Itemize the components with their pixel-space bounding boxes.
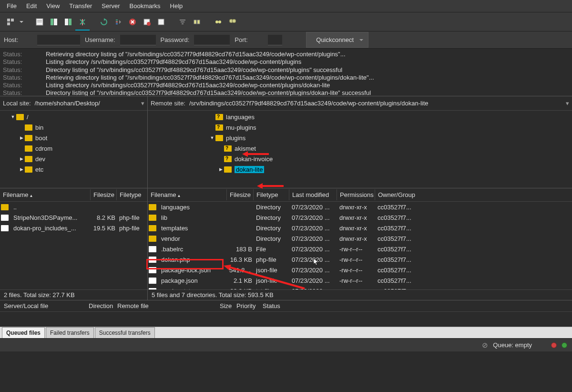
tree-item[interactable]: bin [1, 122, 146, 133]
local-col-filesize[interactable]: Filesize [91, 189, 117, 200]
menu-edit[interactable]: Edit [21, 0, 41, 11]
remote-file-list[interactable]: languagesDirectory07/23/2020 ...drwxr-xr… [148, 202, 572, 289]
file-row[interactable]: package-lock.json541.8 KBjson-file07/23/… [148, 265, 572, 275]
queue-col-file[interactable]: Server/Local file [0, 300, 85, 311]
local-col-filename[interactable]: Filename▲ [0, 189, 91, 200]
svg-rect-16 [158, 19, 164, 25]
file-row[interactable]: libDirectory07/23/2020 ...drwxr-xr-xcc03… [148, 212, 572, 223]
refresh-icon[interactable] [97, 15, 111, 29]
tree-item[interactable]: ▶boot [1, 133, 146, 143]
remote-tree[interactable]: languagesmu-plugins▼pluginsakismetdokan-… [148, 111, 572, 188]
file-icon [149, 288, 156, 290]
queue-body[interactable] [0, 312, 572, 325]
remote-col-modified[interactable]: Last modified [289, 189, 337, 200]
dropdown-icon[interactable] [18, 15, 25, 29]
queue-col-size[interactable]: Size [216, 300, 233, 311]
svg-rect-20 [194, 20, 196, 24]
tree-toggle-icon[interactable]: ▶ [18, 167, 25, 172]
remote-col-filesize[interactable]: Filesize [227, 189, 254, 200]
search-icon[interactable] [226, 15, 239, 29]
remote-site-bar: Remote site: ▾ [148, 96, 572, 111]
file-size: 19.5 KB [91, 225, 117, 232]
queue-col-priority[interactable]: Priority [233, 300, 259, 311]
tab-failed[interactable]: Failed transfers [46, 327, 94, 338]
queue-col-status[interactable]: Status [259, 300, 284, 311]
toggle-remote-tree-icon[interactable] [61, 15, 75, 29]
svg-rect-17 [180, 20, 185, 21]
tree-item[interactable]: mu-plugins [149, 122, 571, 133]
password-input[interactable] [194, 35, 230, 45]
toggle-log-icon[interactable] [33, 15, 46, 29]
local-file-list[interactable]: ..StripeNon3DSPayme...8.2 KBphp-filedoka… [0, 202, 147, 289]
remote-path-dropdown-icon[interactable]: ▾ [566, 100, 569, 107]
file-name: lib [159, 214, 227, 221]
tree-item[interactable]: ▼/ [1, 112, 146, 122]
toggle-queue-icon[interactable] [76, 15, 89, 29]
file-row[interactable]: readme.txt33.3 KBtxt-file07/23/2020 ...-… [148, 286, 572, 289]
tree-item[interactable]: languages [149, 112, 571, 122]
toolbar [0, 12, 572, 31]
remote-path-input[interactable] [189, 100, 562, 107]
cancel-icon[interactable] [126, 15, 139, 29]
tree-toggle-icon[interactable]: ▼ [209, 135, 215, 140]
queue-col-remote[interactable]: Remote file [113, 300, 216, 311]
local-path-dropdown-icon[interactable]: ▾ [141, 100, 144, 107]
menu-bookmarks[interactable]: Bookmarks [125, 0, 165, 11]
log-label: Status: [3, 66, 46, 74]
tree-toggle-icon[interactable]: ▼ [10, 114, 16, 119]
file-row[interactable]: dokan-pro_includes_...19.5 KBphp-file [0, 223, 147, 233]
port-input[interactable] [268, 35, 282, 45]
compare-icon[interactable] [190, 15, 204, 29]
local-tree[interactable]: ▼/bin▶bootcdrom▶dev▶etc [0, 111, 147, 188]
file-row[interactable]: languagesDirectory07/23/2020 ...drwxr-xr… [148, 202, 572, 212]
file-row[interactable]: package.json2.1 KBjson-file07/23/2020 ..… [148, 275, 572, 286]
file-row[interactable]: .babelrc183 BFile07/23/2020 ...-rw-r--r-… [148, 244, 572, 254]
remote-col-filename[interactable]: Filename▲ [148, 189, 227, 200]
username-input[interactable] [120, 35, 156, 45]
file-row[interactable]: StripeNon3DSPayme...8.2 KBphp-file [0, 212, 147, 223]
tree-item[interactable]: ▶dev [1, 154, 146, 164]
file-type: Directory [254, 225, 290, 232]
tree-item[interactable]: ▶etc [1, 164, 146, 175]
tree-item[interactable]: dokan-invoice [149, 154, 571, 164]
local-path-input[interactable] [35, 100, 137, 107]
tab-queued[interactable]: Queued files [2, 327, 45, 338]
remote-col-permissions[interactable]: Permissions [337, 189, 375, 200]
quickconnect-button[interactable]: Quickconnect [306, 32, 368, 48]
host-input[interactable] [37, 35, 80, 45]
tree-item[interactable]: ▼plugins [149, 133, 571, 143]
tree-toggle-icon[interactable]: ▶ [18, 156, 25, 161]
file-row[interactable]: vendorDirectory07/23/2020 ...drwxr-xr-xc… [148, 233, 572, 244]
tree-item[interactable]: ▶dokan-lite [149, 164, 571, 175]
remote-col-owner[interactable]: Owner/Group [375, 189, 572, 200]
tab-successful[interactable]: Successful transfers [95, 327, 155, 338]
filter-icon[interactable] [176, 15, 189, 29]
log-message: Listing directory /srv/bindings/cc03527f… [46, 58, 301, 66]
file-owner: cc03527f7... [376, 246, 572, 253]
message-log[interactable]: Status:Retrieving directory listing of "… [0, 49, 572, 96]
menu-server[interactable]: Server [97, 0, 124, 11]
local-col-filetype[interactable]: Filetype [117, 189, 147, 200]
file-row[interactable]: .. [0, 202, 147, 212]
tree-item[interactable]: cdrom [1, 143, 146, 154]
remote-col-filetype[interactable]: Filetype [254, 189, 289, 200]
file-row[interactable]: templatesDirectory07/23/2020 ...drwxr-xr… [148, 223, 572, 233]
quickconnect-bar: Host: Username: Password: Port: Quickcon… [0, 31, 572, 49]
toggle-local-tree-icon[interactable] [47, 15, 61, 29]
menu-help[interactable]: Help [165, 0, 188, 11]
reconnect-icon[interactable] [154, 15, 168, 29]
file-type: Directory [254, 204, 290, 211]
tree-toggle-icon[interactable]: ▶ [18, 135, 25, 140]
sync-browsing-icon[interactable] [212, 15, 225, 29]
tree-toggle-icon[interactable]: ▶ [217, 167, 224, 172]
queue-col-direction[interactable]: Direction [85, 300, 113, 311]
file-row[interactable]: dokan.php16.3 KBphp-file07/23/2020 ...-r… [148, 254, 572, 265]
menu-transfer[interactable]: Transfer [64, 0, 97, 11]
tree-item[interactable]: akismet [149, 143, 571, 154]
file-owner: cc03527f7... [376, 256, 572, 263]
menu-view[interactable]: View [41, 0, 64, 11]
site-manager-icon[interactable] [4, 15, 17, 29]
process-queue-icon[interactable] [112, 15, 125, 29]
disconnect-icon[interactable] [140, 15, 153, 29]
menu-file[interactable]: File [2, 0, 21, 11]
